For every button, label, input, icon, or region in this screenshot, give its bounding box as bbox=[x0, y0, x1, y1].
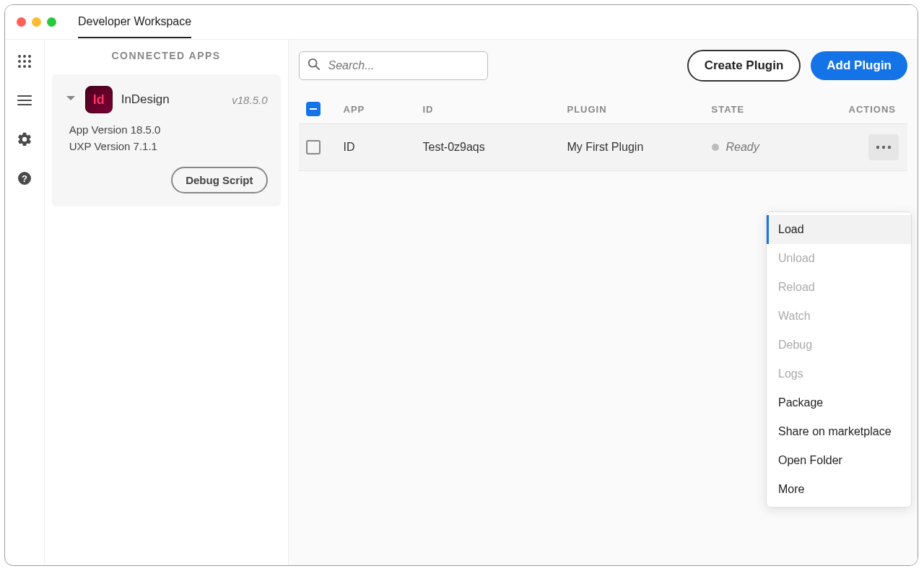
svg-point-0 bbox=[18, 55, 21, 58]
svg-point-7 bbox=[23, 65, 26, 68]
svg-point-1 bbox=[23, 55, 26, 58]
cell-state: Ready bbox=[712, 141, 849, 154]
search-icon bbox=[308, 58, 321, 74]
svg-point-18 bbox=[888, 146, 891, 149]
cell-actions bbox=[849, 134, 904, 160]
app-version-line: App Version 18.5.0 bbox=[69, 123, 268, 136]
actions-menu: Load Unload Reload Watch Debug Logs Pack… bbox=[766, 212, 912, 507]
row-actions-button[interactable] bbox=[868, 134, 899, 160]
select-all-checkbox[interactable] bbox=[306, 102, 321, 116]
chevron-down-icon[interactable] bbox=[65, 92, 77, 107]
main-panel: Create Plugin Add Plugin APP ID PLUGIN S… bbox=[289, 40, 918, 565]
search-input[interactable] bbox=[299, 51, 488, 80]
svg-point-6 bbox=[18, 65, 21, 68]
create-plugin-button[interactable]: Create Plugin bbox=[687, 50, 801, 82]
svg-line-15 bbox=[315, 66, 319, 70]
table-row: ID Test-0z9aqs My First Plugin Ready bbox=[299, 123, 908, 171]
cell-app: ID bbox=[344, 141, 423, 154]
debug-script-button[interactable]: Debug Script bbox=[171, 167, 267, 193]
menu-item-package[interactable]: Package bbox=[767, 388, 911, 417]
connected-apps-sidebar: CONNECTED APPS Id InDesign v18.5.0 App V… bbox=[45, 40, 289, 565]
menu-item-share-marketplace[interactable]: Share on marketplace bbox=[767, 417, 911, 446]
menu-item-debug[interactable]: Debug bbox=[767, 331, 911, 359]
menu-item-unload[interactable]: Unload bbox=[767, 244, 911, 273]
nav-rail: ? bbox=[5, 40, 45, 565]
svg-point-3 bbox=[18, 60, 21, 63]
svg-point-14 bbox=[308, 59, 316, 67]
svg-point-4 bbox=[23, 60, 26, 63]
th-app: APP bbox=[344, 104, 423, 115]
th-state: STATE bbox=[712, 104, 849, 115]
app-card-indesign: Id InDesign v18.5.0 App Version 18.5.0 U… bbox=[52, 74, 281, 206]
add-plugin-button[interactable]: Add Plugin bbox=[811, 51, 907, 80]
uxp-version-line: UXP Version 7.1.1 bbox=[69, 140, 268, 152]
svg-point-2 bbox=[28, 55, 31, 58]
maximize-window-button[interactable] bbox=[47, 17, 56, 27]
app-version: v18.5.0 bbox=[232, 94, 267, 106]
toolbar: Create Plugin Add Plugin bbox=[299, 50, 908, 82]
app-name: InDesign bbox=[121, 92, 170, 107]
app-window: Developer Workspace ? CONNECTED APPS bbox=[4, 4, 918, 566]
titlebar: Developer Workspace bbox=[5, 5, 918, 40]
table-header: APP ID PLUGIN STATE ACTIONS bbox=[299, 95, 908, 123]
svg-point-16 bbox=[876, 146, 879, 149]
th-plugin: PLUGIN bbox=[567, 104, 712, 115]
menu-item-logs[interactable]: Logs bbox=[767, 359, 911, 388]
svg-point-8 bbox=[28, 65, 31, 68]
menu-icon[interactable] bbox=[16, 92, 33, 109]
svg-point-5 bbox=[28, 60, 31, 63]
menu-item-load[interactable]: Load bbox=[767, 215, 911, 244]
th-actions: ACTIONS bbox=[849, 104, 904, 115]
menu-item-more[interactable]: More bbox=[767, 475, 911, 504]
menu-item-watch[interactable]: Watch bbox=[767, 302, 911, 331]
indesign-app-icon: Id bbox=[85, 86, 113, 113]
state-indicator-icon bbox=[712, 144, 719, 151]
plugins-table: APP ID PLUGIN STATE ACTIONS ID Test-0z9a… bbox=[299, 95, 908, 171]
window-controls bbox=[17, 17, 56, 27]
th-id: ID bbox=[423, 104, 567, 115]
state-text: Ready bbox=[726, 141, 759, 154]
svg-point-17 bbox=[882, 146, 885, 149]
row-checkbox[interactable] bbox=[306, 140, 321, 154]
search-wrapper bbox=[299, 51, 488, 80]
cell-id: Test-0z9aqs bbox=[423, 141, 567, 154]
sidebar-heading: CONNECTED APPS bbox=[49, 50, 284, 61]
help-icon[interactable]: ? bbox=[16, 170, 33, 187]
menu-item-reload[interactable]: Reload bbox=[767, 273, 911, 302]
close-window-button[interactable] bbox=[17, 17, 26, 27]
svg-text:?: ? bbox=[22, 173, 27, 184]
minimize-window-button[interactable] bbox=[32, 17, 41, 27]
cell-plugin: My First Plugin bbox=[567, 141, 712, 154]
active-tab-title[interactable]: Developer Workspace bbox=[78, 6, 191, 38]
app-body: ? CONNECTED APPS Id InDesign v18.5.0 App… bbox=[5, 40, 918, 565]
menu-item-open-folder[interactable]: Open Folder bbox=[767, 446, 911, 475]
app-card-header: Id InDesign v18.5.0 bbox=[65, 86, 268, 113]
gear-icon[interactable] bbox=[16, 131, 33, 148]
apps-grid-icon[interactable] bbox=[16, 53, 33, 70]
